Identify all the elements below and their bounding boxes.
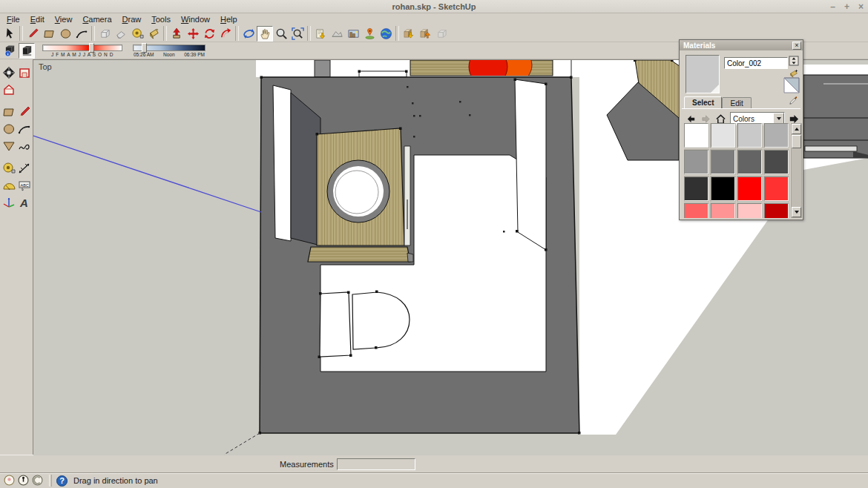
select-button[interactable] — [1, 26, 18, 42]
color-swatch[interactable] — [711, 203, 735, 218]
sample-paint-eyedropper-icon[interactable] — [788, 94, 800, 106]
color-swatch[interactable] — [684, 177, 708, 201]
scroll-down-icon[interactable] — [792, 207, 801, 217]
close-icon[interactable]: × — [858, 3, 864, 10]
line-button[interactable] — [24, 26, 41, 42]
axes-button[interactable] — [1, 194, 16, 210]
toilet-tank[interactable] — [320, 292, 351, 357]
color-swatch[interactable] — [764, 203, 789, 218]
scroll-up-icon[interactable] — [792, 124, 801, 134]
color-swatch[interactable] — [737, 123, 762, 148]
shadow-dialog-button[interactable] — [1, 43, 18, 59]
circle-button[interactable] — [57, 26, 73, 42]
make-component-button[interactable] — [96, 26, 113, 42]
rectangle-button[interactable] — [41, 26, 57, 42]
color-swatch[interactable] — [711, 123, 735, 148]
pan-button[interactable] — [257, 26, 273, 42]
materials-close-icon[interactable]: × — [792, 42, 801, 50]
material-name-input[interactable] — [724, 57, 788, 69]
menu-draw[interactable]: Draw — [117, 14, 147, 24]
color-swatch[interactable] — [737, 203, 762, 218]
default-material-icon[interactable] — [783, 77, 800, 93]
maximize-icon[interactable]: + — [844, 3, 849, 10]
offset-button[interactable] — [217, 26, 234, 42]
color-swatch[interactable] — [737, 150, 762, 174]
arc-button[interactable] — [73, 26, 90, 42]
front-view-button[interactable] — [16, 65, 32, 80]
color-swatch[interactable] — [684, 123, 708, 148]
get-current-view-button[interactable] — [312, 26, 329, 42]
machine-base[interactable] — [308, 247, 410, 262]
freehand-button[interactable] — [16, 138, 32, 154]
help-icon[interactable]: ? — [56, 475, 68, 487]
menu-camera[interactable]: Camera — [77, 14, 116, 24]
get-models-button[interactable] — [401, 26, 417, 42]
menu-help[interactable]: Help — [215, 14, 243, 24]
eraser-button[interactable] — [113, 26, 129, 42]
menu-file[interactable]: File — [1, 14, 25, 24]
color-swatch[interactable] — [684, 203, 708, 218]
toggle-terrain-button[interactable] — [329, 26, 345, 42]
room[interactable] — [260, 77, 579, 433]
titlebar: rohan.skp - SketchUp – + × — [0, 0, 868, 13]
push-pull-button[interactable] — [168, 26, 185, 42]
dimension-button[interactable] — [16, 160, 32, 176]
iso-view-button[interactable] — [1, 82, 16, 97]
measurements-input[interactable] — [337, 458, 415, 470]
orbit-button[interactable] — [240, 26, 257, 42]
right-wall-top[interactable] — [515, 79, 546, 250]
rectangle-button[interactable] — [1, 104, 16, 119]
washing-machine[interactable] — [308, 128, 413, 262]
menu-edit[interactable]: Edit — [25, 14, 50, 24]
google-earth-button[interactable] — [378, 26, 394, 42]
shadow-time-slider[interactable]: 05:26 AM Noon 06:39 PM — [133, 43, 206, 58]
claim-icon[interactable] — [32, 475, 43, 487]
share-models-button[interactable] — [417, 26, 433, 42]
arc-button[interactable] — [16, 121, 32, 136]
secondary-pane-icon[interactable] — [788, 55, 800, 67]
polygon-button[interactable] — [1, 138, 16, 154]
credit-icon[interactable] — [18, 475, 29, 487]
dark-side-panel[interactable] — [291, 93, 320, 245]
line-button[interactable] — [16, 104, 32, 119]
color-swatch[interactable] — [684, 150, 708, 174]
color-swatch[interactable] — [711, 150, 735, 174]
rotate-button[interactable] — [201, 26, 217, 42]
door-panel[interactable] — [273, 85, 291, 241]
menu-window[interactable]: Window — [176, 14, 215, 24]
3d-text-button[interactable]: A — [16, 194, 32, 210]
material-preview-swatch[interactable] — [685, 55, 720, 93]
tab-edit[interactable]: Edit — [722, 97, 751, 109]
color-swatch[interactable] — [737, 177, 762, 201]
add-location-button[interactable] — [361, 26, 378, 42]
menu-view[interactable]: View — [50, 14, 78, 24]
tab-select[interactable]: Select — [684, 96, 722, 109]
photo-textures-button[interactable] — [345, 26, 361, 42]
minimize-icon[interactable]: – — [830, 3, 835, 10]
color-swatch[interactable] — [764, 150, 789, 174]
circle-button[interactable] — [1, 121, 16, 136]
swatch-scrollbar[interactable] — [791, 123, 802, 218]
menu-tools[interactable]: Tools — [146, 14, 176, 24]
tape-measure-button[interactable] — [1, 160, 16, 176]
text-button[interactable]: ABC — [16, 177, 32, 193]
protractor-button[interactable] — [1, 177, 16, 193]
shadow-date-slider[interactable]: J F M A M J J A S O N D — [42, 43, 122, 58]
top-view-button[interactable] — [1, 65, 16, 80]
share-component-button[interactable] — [433, 26, 450, 42]
materials-panel-titlebar[interactable]: Materials × — [680, 40, 803, 50]
tape-measure-button[interactable] — [129, 26, 145, 42]
color-swatch[interactable] — [764, 123, 789, 148]
right-edge-structure[interactable] — [803, 75, 868, 158]
color-swatch[interactable] — [764, 177, 789, 201]
scroll-thumb[interactable] — [792, 135, 801, 148]
zoom-extents-button[interactable] — [289, 26, 306, 42]
color-swatch[interactable] — [711, 177, 735, 201]
geolocation-icon[interactable] — [4, 475, 15, 487]
shadow-toggle-button[interactable] — [19, 43, 35, 59]
palette-spacer — [16, 82, 32, 97]
toolbar-separator — [91, 26, 95, 41]
paint-bucket-button[interactable] — [145, 26, 162, 42]
move-button[interactable] — [185, 26, 201, 42]
zoom-button[interactable] — [273, 26, 289, 42]
